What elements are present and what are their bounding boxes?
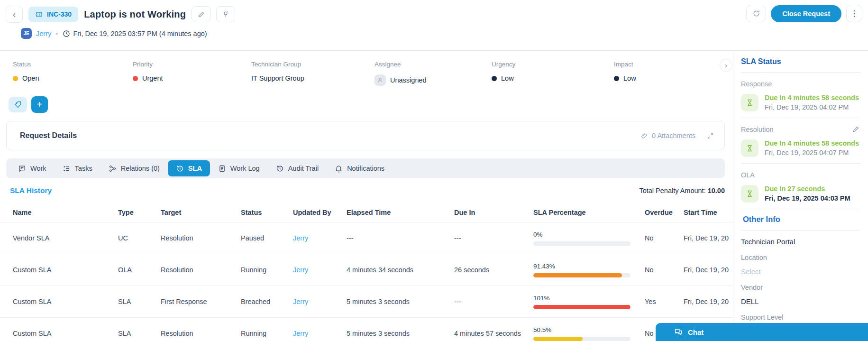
cell-due-in: 26 seconds	[454, 266, 533, 274]
field-impact[interactable]: Impact Low	[614, 61, 733, 86]
divider	[741, 118, 860, 118]
table-row[interactable]: Custom SLA SLA Resolution Running Jerry …	[0, 318, 733, 341]
suggestion-button[interactable]	[216, 6, 235, 22]
other-info-title: Other Info	[743, 215, 860, 224]
sla-history-table: Name Type Target Status Updated By Elaps…	[0, 203, 733, 341]
table-header-row: Name Type Target Status Updated By Elaps…	[0, 203, 733, 222]
checklist-icon	[63, 165, 71, 173]
cell-updated-by: Jerry	[293, 234, 347, 242]
cell-start-time: Fri, Dec 19, 20	[684, 266, 733, 274]
tag-icon	[14, 101, 22, 109]
chat-button[interactable]: Chat	[656, 323, 868, 341]
requester-link[interactable]: Jerry	[36, 30, 51, 37]
cell-elapsed-time: ---	[347, 234, 454, 242]
location-label: Location	[741, 254, 860, 261]
attachments-button[interactable]: 0 Attachments	[641, 132, 695, 139]
tab-work-log[interactable]: Work Log	[210, 160, 268, 176]
support-level-label: Support Level	[741, 313, 860, 321]
ola-due: Due In 27 seconds	[765, 185, 850, 193]
page-header: ‹ INC-330 Laptop is not Working	[0, 0, 868, 51]
separator-dot: •	[55, 29, 58, 37]
divider	[741, 209, 860, 209]
tab-notifications[interactable]: Notifications	[327, 160, 393, 176]
divider	[741, 72, 860, 73]
edit-title-button[interactable]	[192, 6, 210, 22]
cell-name: Custom SLA	[13, 298, 118, 305]
table-row[interactable]: Custom SLA OLA Resolution Running Jerry …	[0, 254, 733, 286]
field-assignee[interactable]: Assignee Unassigned	[375, 61, 492, 86]
hourglass-icon	[741, 94, 758, 111]
chevron-right-icon: ›	[725, 61, 727, 69]
technician-portal: Technician Portal	[741, 238, 860, 246]
tab-tasks[interactable]: Tasks	[55, 160, 101, 176]
hourglass-icon	[741, 139, 758, 157]
tag-button[interactable]	[9, 97, 27, 112]
status-dot	[13, 76, 18, 81]
ticket-id-badge[interactable]: INC-330	[28, 7, 78, 22]
clock-icon	[63, 30, 70, 37]
cell-status: Running	[241, 266, 293, 274]
idea-bulb-icon	[222, 10, 229, 18]
cell-status: Paused	[241, 234, 293, 242]
tab-audit-trail[interactable]: Audit Trail	[268, 160, 327, 176]
priority-dot	[133, 76, 138, 81]
cell-sla-percentage: 50.5%	[533, 326, 645, 341]
tab-work[interactable]: Work	[10, 160, 55, 176]
updated-by-link[interactable]: Jerry	[293, 330, 308, 337]
edit-resolution-icon[interactable]	[852, 126, 859, 134]
cell-updated-by: Jerry	[293, 266, 347, 274]
cell-status: Breached	[241, 298, 293, 305]
field-priority[interactable]: Priority Urgent	[133, 61, 251, 86]
cell-name: Vendor SLA	[13, 234, 118, 242]
updated-by-link[interactable]: Jerry	[293, 234, 308, 242]
chat-icon	[674, 328, 683, 336]
worklog-icon	[218, 165, 226, 173]
back-chevron-icon: ‹	[13, 9, 16, 20]
updated-by-link[interactable]: Jerry	[293, 298, 308, 305]
location-select[interactable]: Select	[741, 267, 860, 276]
response-sla-block: Due In 4 minutes 58 seconds Fri, Dec 19,…	[741, 94, 860, 111]
more-actions-button[interactable]: ⋮	[846, 5, 862, 22]
cell-overdue: No	[645, 266, 684, 274]
cell-type: SLA	[118, 298, 161, 305]
created-time: Fri, Dec 19, 2025 03:57 PM (4 minutes ag…	[63, 30, 207, 37]
cell-overdue: No	[645, 234, 684, 242]
table-row[interactable]: Custom SLA SLA First Response Breached J…	[0, 286, 733, 318]
cell-target: Resolution	[161, 266, 241, 274]
cell-type: OLA	[118, 266, 161, 274]
tab-sla[interactable]: SLA	[168, 160, 210, 176]
field-urgency[interactable]: Urgency Low	[492, 61, 614, 86]
field-technician-group[interactable]: Technician Group IT Support Group	[251, 61, 375, 86]
cell-overdue: Yes	[645, 298, 684, 305]
edit-pencil-icon	[198, 11, 205, 18]
cell-target: Resolution	[161, 234, 241, 242]
main-panel: Status Open Priority Urgent Technician G…	[0, 51, 733, 341]
hourglass-icon	[741, 185, 758, 203]
ticket-fields-row: Status Open Priority Urgent Technician G…	[0, 51, 733, 86]
sla-status-sidebar: SLA Status Response Due In 4 minutes 58 …	[733, 51, 868, 341]
refresh-button[interactable]	[746, 5, 766, 22]
request-details-panel[interactable]: Request Details 0 Attachments	[6, 121, 725, 150]
response-due: Due In 4 minutes 58 seconds	[765, 94, 859, 101]
tab-relations[interactable]: Relations (0)	[101, 160, 168, 176]
cell-target: First Response	[161, 298, 241, 305]
expand-icon[interactable]	[707, 132, 714, 139]
response-label: Response	[741, 80, 860, 88]
tags-row: +	[0, 86, 733, 113]
expand-fields-button[interactable]: ›	[720, 59, 732, 72]
bell-icon	[335, 165, 343, 173]
cell-status: Running	[241, 330, 293, 337]
back-button[interactable]: ‹	[6, 6, 23, 23]
vendor-value: DELL	[741, 297, 860, 305]
field-status[interactable]: Status Open	[13, 61, 133, 86]
cell-sla-percentage: 0%	[533, 231, 645, 246]
resolution-date: Fri, Dec 19, 2025 04:07 PM	[765, 149, 859, 157]
table-row[interactable]: Vendor SLA UC Resolution Paused Jerry --…	[0, 222, 733, 254]
urgency-dot	[492, 76, 497, 81]
ticket-id: INC-330	[47, 10, 72, 18]
close-request-button[interactable]: Close Request	[771, 5, 841, 22]
sidebar-title: SLA Status	[741, 57, 860, 66]
resolution-label: Resolution	[741, 126, 860, 133]
updated-by-link[interactable]: Jerry	[293, 266, 308, 274]
add-tag-button[interactable]: +	[31, 96, 48, 113]
